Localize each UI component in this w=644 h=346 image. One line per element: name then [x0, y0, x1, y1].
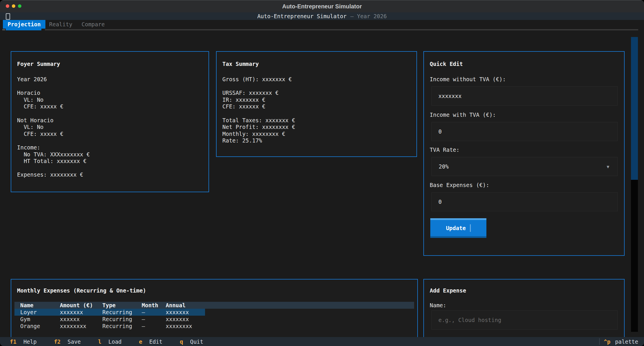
app-header-title-sub: — Year 2026	[350, 13, 387, 19]
cell-month: –	[142, 323, 166, 330]
tab-projection[interactable]: Projection	[3, 20, 45, 29]
tab-underline-track	[45, 29, 638, 30]
cell-month: –	[142, 316, 166, 323]
expense-name-label: Name:	[430, 302, 446, 308]
footer-edit-binding[interactable]: eEdit	[139, 337, 163, 346]
footer-key: e	[139, 338, 142, 345]
expenses-table: Name Amount (€) Type Month Annual Loyer …	[14, 302, 414, 330]
income-without-tva-box	[431, 86, 618, 106]
tax-summary-panel: Tax Summary Gross (HT): xxxxxxx € URSSAF…	[216, 51, 417, 157]
tab-compare[interactable]: Compare	[82, 20, 105, 29]
monthly-expenses-title: Monthly Expenses (Recurring & One-time)	[17, 287, 146, 294]
base-expenses-box	[431, 192, 618, 211]
vertical-scrollbar	[631, 37, 638, 332]
column-header-month: Month	[142, 302, 166, 309]
footer-divider	[599, 338, 600, 345]
footer-help-binding[interactable]: f1Help	[10, 337, 37, 346]
footer-label: Help	[23, 338, 37, 345]
footer: f1Help f2Save lLoad eEdit qQuit ^ppalett…	[0, 337, 644, 346]
table-row[interactable]: Orange xxxxxxxx Recurring – xxxxxxxx	[14, 323, 414, 330]
app-header-title-main: Auto-Entrepreneur Simulator	[257, 13, 347, 19]
tab-underline-active	[6, 29, 41, 30]
cell-amount: xxxxxxxx	[60, 323, 102, 330]
cell-annual: xxxxxxx	[166, 316, 205, 323]
scrollbar-thumb[interactable]	[631, 37, 638, 180]
footer-key: ^p	[604, 338, 610, 345]
update-button-label: Update	[446, 225, 466, 231]
income-without-tva-field[interactable]	[432, 87, 617, 105]
column-header-annual: Annual	[166, 302, 205, 309]
footer-quit-binding[interactable]: qQuit	[180, 337, 203, 346]
footer-load-binding[interactable]: lLoad	[98, 337, 121, 346]
window-title: Auto-Entrepreneur Simulator	[0, 0, 644, 12]
footer-save-binding[interactable]: f2Save	[54, 337, 81, 346]
expense-name-box	[431, 310, 618, 330]
tab-reality[interactable]: Reality	[49, 20, 72, 29]
chevron-down-icon: ▼	[607, 164, 609, 169]
income-with-tva-label: Income with TVA (€):	[430, 112, 496, 118]
cell-type: Recurring	[102, 316, 142, 323]
tax-summary-text: Gross (HT): xxxxxxx € URSSAF: xxxxxxx € …	[222, 76, 295, 144]
footer-label: Edit	[149, 338, 163, 345]
monthly-expenses-panel: Monthly Expenses (Recurring & One-time) …	[11, 279, 418, 342]
footer-key: f2	[54, 338, 61, 345]
cell-type: Recurring	[102, 323, 142, 330]
footer-keybindings: f1Help f2Save lLoad eEdit qQuit	[10, 337, 203, 346]
app-window: Auto-Entrepreneur Simulator Auto-Entrepr…	[0, 0, 644, 346]
footer-label: palette	[615, 338, 638, 345]
button-focus-cursor	[470, 224, 471, 232]
footer-key: f1	[10, 338, 16, 345]
income-with-tva-field[interactable]	[432, 122, 617, 141]
footer-key: l	[98, 338, 101, 345]
add-expense-title: Add Expense	[430, 287, 466, 294]
tva-rate-value: 20%	[439, 163, 449, 170]
foyer-summary-title: Foyer Summary	[17, 61, 60, 67]
foyer-summary-text: Year 2026 Horacio VL: No CFE: xxxxx € No…	[17, 76, 90, 178]
table-row[interactable]: Loyer xxxxxxx Recurring – xxxxxxx	[14, 309, 205, 316]
cell-name: Orange	[20, 323, 60, 330]
tva-rate-label: TVA Rate:	[430, 147, 460, 153]
tab-bar: Projection Reality Compare	[0, 20, 644, 29]
quick-edit-panel: Quick Edit Income without TVA (€): Incom…	[423, 51, 625, 256]
update-button[interactable]: Update	[430, 218, 486, 238]
cell-annual: xxxxxxxx	[166, 323, 205, 330]
base-expenses-field[interactable]	[432, 193, 617, 211]
footer-label: Save	[68, 338, 81, 345]
footer-key: q	[180, 338, 183, 345]
tva-rate-select[interactable]: 20% ▼	[431, 157, 618, 176]
income-without-tva-label: Income without TVA (€):	[430, 76, 506, 82]
tax-summary-title: Tax Summary	[222, 61, 259, 67]
expenses-table-header: Name Amount (€) Type Month Annual	[14, 302, 414, 309]
cell-annual: xxxxxxx	[166, 309, 205, 316]
quick-edit-title: Quick Edit	[430, 61, 463, 67]
add-expense-panel: Add Expense Name:	[423, 279, 625, 342]
income-with-tva-box	[431, 122, 618, 141]
base-expenses-label: Base Expenses (€):	[430, 182, 489, 188]
cell-name: Gym	[20, 316, 60, 323]
column-header-amount: Amount (€)	[60, 302, 102, 309]
footer-label: Load	[108, 338, 122, 345]
cell-amount: xxxxxxx	[60, 309, 102, 316]
column-header-name: Name	[20, 302, 60, 309]
footer-label: Quit	[190, 338, 203, 345]
app-header: Auto-Entrepreneur Simulator— Year 2026	[0, 12, 644, 20]
column-header-type: Type	[102, 302, 142, 309]
cell-name: Loyer	[20, 309, 60, 316]
table-row[interactable]: Gym xxxxxx Recurring – xxxxxxx	[14, 316, 414, 323]
tab-underline-dash	[2, 29, 5, 30]
cell-type: Recurring	[102, 309, 142, 316]
command-palette-binding[interactable]: ^ppalette	[604, 337, 638, 346]
foyer-summary-panel: Foyer Summary Year 2026 Horacio VL: No C…	[11, 51, 209, 192]
app-header-title: Auto-Entrepreneur Simulator— Year 2026	[0, 12, 644, 20]
expense-name-field[interactable]	[432, 311, 617, 329]
cell-amount: xxxxxx	[60, 316, 102, 323]
titlebar: Auto-Entrepreneur Simulator	[0, 0, 644, 12]
cell-month: –	[142, 309, 166, 316]
